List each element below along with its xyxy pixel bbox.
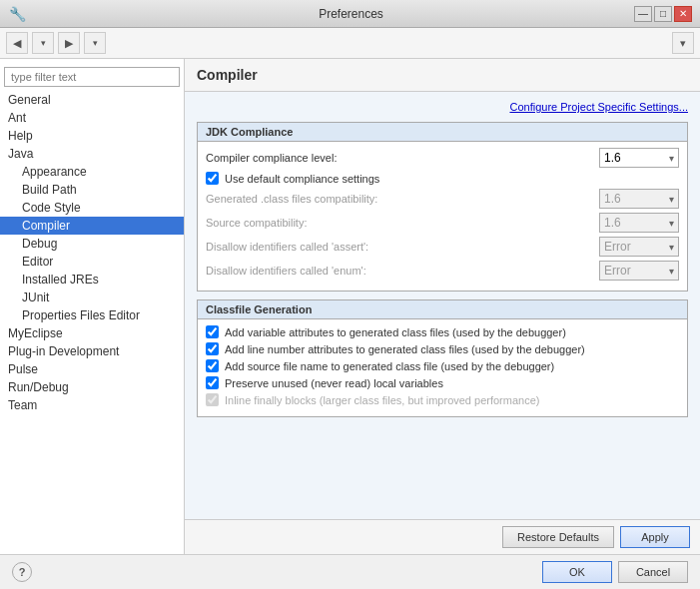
jdk-row-label: Disallow identifiers called 'assert': bbox=[206, 241, 599, 253]
sidebar-item-code-style[interactable]: Code Style bbox=[0, 199, 184, 217]
sidebar-item-compiler[interactable]: Compiler bbox=[0, 217, 184, 235]
sidebar-item-pulse[interactable]: Pulse bbox=[0, 360, 184, 378]
forward-dropdown-icon: ▾ bbox=[93, 38, 98, 48]
restore-defaults-button[interactable]: Restore Defaults bbox=[502, 526, 614, 548]
menu-button[interactable]: ▾ bbox=[672, 32, 694, 54]
jdk-row-value: 1.6 bbox=[604, 216, 621, 230]
jdk-rows-container: Generated .class files compatibility: 1.… bbox=[206, 189, 679, 281]
sidebar-item-junit[interactable]: JUnit bbox=[0, 289, 184, 306]
forward-icon: ▶ bbox=[65, 37, 73, 50]
jdk-compliance-header: JDK Compliance bbox=[198, 123, 687, 142]
configure-project-link[interactable]: Configure Project Specific Settings... bbox=[509, 101, 688, 113]
help-button[interactable]: ? bbox=[12, 562, 32, 582]
sidebar-item-team[interactable]: Team bbox=[0, 396, 184, 414]
jdk-compliance-row: Disallow identifiers called 'assert': Er… bbox=[206, 237, 679, 257]
jdk-compliance-body: Compiler compliance level: 1.6 ▾ Use def… bbox=[198, 142, 687, 291]
window-controls: — □ ✕ bbox=[634, 6, 692, 22]
jdk-row-label: Generated .class files compatibility: bbox=[206, 193, 599, 205]
jdk-row-select[interactable]: Error ▾ bbox=[599, 261, 679, 281]
apply-button[interactable]: Apply bbox=[620, 526, 690, 548]
filter-input[interactable] bbox=[4, 67, 180, 87]
sidebar-item-java[interactable]: Java bbox=[0, 145, 184, 163]
classfile-checkbox-row: Add source file name to generated class … bbox=[206, 359, 679, 372]
sidebar-item-debug[interactable]: Debug bbox=[0, 235, 184, 253]
sidebar-item-properties-files-editor[interactable]: Properties Files Editor bbox=[0, 306, 184, 324]
classfile-generation-header: Classfile Generation bbox=[198, 300, 687, 319]
sidebar-item-build-path[interactable]: Build Path bbox=[0, 181, 184, 199]
classfile-checkbox-label: Add line number attributes to generated … bbox=[225, 343, 585, 355]
classfile-checkbox[interactable] bbox=[206, 359, 219, 372]
panel-header: Compiler bbox=[185, 59, 700, 92]
jdk-row-label: Source compatibility: bbox=[206, 217, 599, 229]
classfile-checkbox-label: Preserve unused (never read) local varia… bbox=[225, 377, 443, 389]
classfile-checkbox-row: Add line number attributes to generated … bbox=[206, 342, 679, 355]
close-button[interactable]: ✕ bbox=[674, 6, 692, 22]
classfile-checkbox-label: Add source file name to generated class … bbox=[225, 360, 554, 372]
compliance-level-label: Compiler compliance level: bbox=[206, 152, 599, 164]
classfile-checkbox[interactable] bbox=[206, 325, 219, 338]
classfile-generation-body: Add variable attributes to generated cla… bbox=[198, 319, 687, 416]
jdk-row-arrow: ▾ bbox=[669, 194, 674, 205]
bottom-bar: Restore Defaults Apply bbox=[185, 519, 700, 554]
jdk-row-arrow: ▾ bbox=[669, 242, 674, 253]
sidebar-item-general[interactable]: General bbox=[0, 91, 184, 109]
jdk-row-arrow: ▾ bbox=[669, 266, 674, 277]
classfile-checkbox-row: Add variable attributes to generated cla… bbox=[206, 325, 679, 338]
main-panel: Compiler Configure Project Specific Sett… bbox=[185, 59, 700, 554]
sidebar-item-plug-in-development[interactable]: Plug-in Development bbox=[0, 342, 184, 360]
jdk-compliance-row: Generated .class files compatibility: 1.… bbox=[206, 189, 679, 209]
forward-dropdown-button[interactable]: ▾ bbox=[84, 32, 106, 54]
compliance-level-row: Compiler compliance level: 1.6 ▾ bbox=[206, 148, 679, 168]
jdk-row-select[interactable]: 1.6 ▾ bbox=[599, 189, 679, 209]
forward-button[interactable]: ▶ bbox=[58, 32, 80, 54]
use-default-label: Use default compliance settings bbox=[225, 173, 379, 185]
jdk-row-value: 1.6 bbox=[604, 192, 621, 206]
classfile-checkbox-row: Inline finally blocks (larger class file… bbox=[206, 393, 679, 406]
jdk-compliance-row: Disallow identifiers called 'enum': Erro… bbox=[206, 261, 679, 281]
configure-link-container: Configure Project Specific Settings... bbox=[197, 100, 688, 114]
minimize-button[interactable]: — bbox=[634, 6, 652, 22]
classfile-checkbox[interactable] bbox=[206, 342, 219, 355]
compliance-level-select[interactable]: 1.6 ▾ bbox=[599, 148, 679, 168]
main-container: ◀ ▾ ▶ ▾ ▾ GeneralAntHelpJavaAppearanceBu… bbox=[0, 28, 700, 589]
cancel-button[interactable]: Cancel bbox=[618, 561, 688, 583]
jdk-row-value: Error bbox=[604, 240, 631, 254]
sidebar-item-appearance[interactable]: Appearance bbox=[0, 163, 184, 181]
compliance-level-arrow: ▾ bbox=[669, 153, 674, 164]
classfile-generation-section: Classfile Generation Add variable attrib… bbox=[197, 299, 688, 417]
sidebar-item-run/debug[interactable]: Run/Debug bbox=[0, 378, 184, 396]
menu-icon: ▾ bbox=[680, 37, 686, 50]
jdk-row-value: Error bbox=[604, 264, 631, 278]
back-button[interactable]: ◀ bbox=[6, 32, 28, 54]
back-dropdown-icon: ▾ bbox=[41, 38, 46, 48]
back-icon: ◀ bbox=[13, 37, 21, 50]
classfile-checkbox-row: Preserve unused (never read) local varia… bbox=[206, 376, 679, 389]
sidebar-item-myeclipse[interactable]: MyEclipse bbox=[0, 324, 184, 342]
back-dropdown-button[interactable]: ▾ bbox=[32, 32, 54, 54]
compliance-level-value: 1.6 bbox=[604, 151, 621, 165]
jdk-row-arrow: ▾ bbox=[669, 218, 674, 229]
jdk-row-label: Disallow identifiers called 'enum': bbox=[206, 265, 599, 277]
dialog-footer: ? OK Cancel bbox=[0, 554, 700, 589]
sidebar: GeneralAntHelpJavaAppearanceBuild PathCo… bbox=[0, 59, 185, 554]
app-icon: 🔧 bbox=[8, 6, 26, 22]
classfile-checkboxes-container: Add variable attributes to generated cla… bbox=[206, 325, 679, 406]
panel-content: Configure Project Specific Settings... J… bbox=[185, 92, 700, 519]
content-area: GeneralAntHelpJavaAppearanceBuild PathCo… bbox=[0, 59, 700, 554]
sidebar-item-editor[interactable]: Editor bbox=[0, 253, 184, 271]
ok-button[interactable]: OK bbox=[542, 561, 612, 583]
sidebar-item-help[interactable]: Help bbox=[0, 127, 184, 145]
classfile-checkbox bbox=[206, 393, 219, 406]
panel-title: Compiler bbox=[197, 67, 258, 83]
jdk-compliance-section: JDK Compliance Compiler compliance level… bbox=[197, 122, 688, 292]
jdk-compliance-row: Source compatibility: 1.6 ▾ bbox=[206, 213, 679, 233]
navigation-toolbar: ◀ ▾ ▶ ▾ ▾ bbox=[0, 28, 700, 59]
use-default-checkbox[interactable] bbox=[206, 172, 219, 185]
classfile-checkbox[interactable] bbox=[206, 376, 219, 389]
jdk-row-select[interactable]: 1.6 ▾ bbox=[599, 213, 679, 233]
tree-container: GeneralAntHelpJavaAppearanceBuild PathCo… bbox=[0, 91, 184, 414]
jdk-row-select[interactable]: Error ▾ bbox=[599, 237, 679, 257]
sidebar-item-ant[interactable]: Ant bbox=[0, 109, 184, 127]
maximize-button[interactable]: □ bbox=[654, 6, 672, 22]
sidebar-item-installed-jres[interactable]: Installed JREs bbox=[0, 271, 184, 289]
